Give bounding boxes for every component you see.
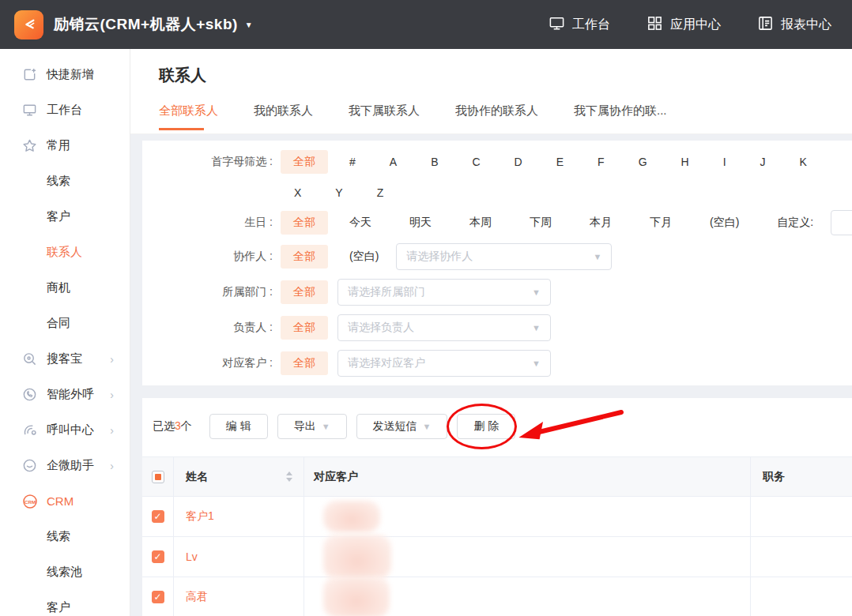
initial-letter[interactable]: B (431, 156, 438, 168)
contact-name-link[interactable]: Lv (186, 550, 198, 563)
initial-letter[interactable]: E (556, 156, 564, 168)
chevron-right-icon[interactable]: › (110, 424, 114, 437)
sidebar-item-leads[interactable]: 线索 (0, 163, 130, 199)
edit-button[interactable]: 编 辑 (209, 414, 268, 439)
initial-letter[interactable]: H (681, 156, 689, 168)
tab-collab-contacts[interactable]: 我协作的联系人 (455, 103, 538, 130)
birthday-option[interactable]: 明天 (409, 216, 432, 230)
birthday-option[interactable]: 今天 (349, 216, 371, 230)
sidebar-item-crm-lead-pool[interactable]: 线索池 (0, 554, 130, 590)
send-sms-button[interactable]: 发送短信▼ (356, 414, 448, 439)
select-all-checkbox[interactable] (152, 471, 164, 483)
initial-filter-all-badge[interactable]: 全部 (281, 150, 328, 174)
sidebar-item-label: 线索 (47, 174, 70, 189)
sidebar-item-crm-leads[interactable]: 线索 (0, 519, 130, 554)
app-logo-icon[interactable] (14, 10, 43, 39)
initial-letter[interactable]: X (294, 186, 301, 199)
initial-letter[interactable]: # (349, 156, 356, 168)
birthday-option[interactable]: 本周 (469, 216, 492, 230)
initial-letter[interactable]: K (800, 156, 807, 168)
sidebar-item-opportunities[interactable]: 商机 (0, 270, 130, 306)
sidebar-item-contracts[interactable]: 合同 (0, 306, 130, 341)
table-row[interactable]: ✓ Lv (142, 537, 852, 577)
sidebar-item-smart-call[interactable]: 智能外呼 › (0, 377, 130, 412)
initial-letter[interactable]: D (515, 156, 522, 168)
collaborator-filter-all-badge[interactable]: 全部 (281, 245, 328, 269)
nav-report-center[interactable]: 报表中心 (757, 15, 831, 35)
department-filter-all-badge[interactable]: 全部 (281, 280, 328, 304)
birthday-filter-all-badge[interactable]: 全部 (281, 211, 328, 235)
svg-text:CRM: CRM (24, 498, 35, 504)
row-checkbox[interactable]: ✓ (152, 591, 164, 603)
sidebar-item-wecom-assistant[interactable]: 企微助手 › (0, 448, 130, 483)
customer-select[interactable]: 请选择对应客户 ▼ (337, 350, 551, 377)
sidebar-item-crm[interactable]: CRM CRM (0, 483, 130, 519)
sidebar-item-soukebao[interactable]: 搜客宝 › (0, 341, 130, 377)
initial-letter[interactable]: A (390, 156, 397, 168)
birthday-custom-input[interactable] (831, 210, 852, 235)
sidebar-item-customers[interactable]: 客户 (0, 199, 130, 235)
sidebar-item-crm-customers[interactable]: 客户 (0, 590, 130, 616)
sidebar-item-label: 智能外呼 (47, 387, 94, 402)
annotation-arrow-icon (512, 403, 627, 442)
sidebar-item-call-center[interactable]: 呼叫中心 › (0, 412, 130, 448)
birthday-option[interactable]: 本月 (590, 216, 612, 230)
action-bar: 已选3个 编 辑 导出▼ 发送短信▼ 删 除 (142, 414, 852, 439)
owner-select[interactable]: 请选择负责人 ▼ (337, 314, 551, 341)
sidebar-item-label: 呼叫中心 (47, 423, 94, 438)
tab-my-contacts[interactable]: 我的联系人 (254, 103, 313, 130)
owner-filter-all-badge[interactable]: 全部 (281, 316, 328, 340)
filter-label: 对应客户 : (142, 356, 273, 370)
page-title: 联系人 (159, 65, 852, 86)
select-placeholder: 请选择所属部门 (348, 285, 425, 299)
app-switcher-caret-icon[interactable]: ▼ (245, 21, 253, 29)
row-checkbox[interactable]: ✓ (152, 510, 164, 523)
department-select[interactable]: 请选择所属部门 ▼ (337, 279, 551, 306)
wecom-assistant-icon (21, 457, 38, 474)
initial-letter[interactable]: J (760, 156, 766, 168)
sort-icon[interactable] (286, 471, 292, 482)
birthday-option[interactable]: (空白) (710, 216, 739, 230)
sidebar-item-quick-add[interactable]: 快捷新增 (0, 57, 130, 92)
initial-letter[interactable]: F (598, 156, 605, 168)
contact-name-link[interactable]: 高君 (186, 590, 208, 604)
tab-subordinate-collab-contacts[interactable]: 我下属协作的联... (574, 103, 667, 130)
tab-all-contacts[interactable]: 全部联系人 (159, 103, 218, 130)
initial-letter[interactable]: G (639, 156, 647, 168)
table-row[interactable]: ✓ 高君 (142, 577, 852, 616)
nav-app-center[interactable]: 应用中心 (647, 15, 721, 35)
star-icon (21, 137, 38, 154)
initial-letter[interactable]: I (723, 156, 726, 168)
sidebar-item-contacts[interactable]: 联系人 (0, 235, 130, 270)
table-row[interactable]: ✓ 客户1 (142, 497, 852, 537)
sidebar-item-workbench[interactable]: 工作台 (0, 92, 130, 128)
tab-subordinate-contacts[interactable]: 我下属联系人 (349, 103, 420, 130)
chevron-right-icon[interactable]: › (110, 389, 114, 401)
contact-name-link[interactable]: 客户1 (186, 509, 214, 524)
app-title[interactable]: 励销云(CRM+机器人+skb) (54, 14, 238, 35)
chevron-right-icon[interactable]: › (110, 353, 114, 366)
filter-row-initial: 首字母筛选 : 全部 # A B C D E F G H I J K (142, 145, 852, 178)
nav-workbench[interactable]: 工作台 (549, 15, 610, 35)
collaborator-blank-option[interactable]: (空白) (349, 250, 379, 264)
collaborator-select[interactable]: 请选择协作人 ▼ (396, 243, 612, 270)
sidebar-item-label: 商机 (47, 280, 70, 295)
delete-button[interactable]: 删 除 (457, 414, 515, 439)
filter-row-department: 所属部门 : 全部 请选择所属部门 ▼ (142, 274, 852, 310)
chevron-down-icon: ▼ (532, 323, 541, 332)
sidebar-item-label: CRM (47, 494, 74, 508)
chevron-right-icon[interactable]: › (110, 460, 114, 472)
initial-letter[interactable]: Y (335, 186, 342, 199)
customer-filter-all-badge[interactable]: 全部 (281, 351, 328, 375)
column-header-title: 职务 (763, 470, 785, 484)
initial-letter[interactable]: C (472, 156, 480, 168)
birthday-option[interactable]: 下月 (650, 216, 672, 230)
column-header-name: 姓名 (186, 470, 208, 484)
birthday-option[interactable]: 下周 (530, 216, 552, 230)
filter-label: 生日 : (142, 216, 273, 230)
export-button[interactable]: 导出▼ (277, 414, 347, 439)
initial-letter[interactable]: Z (377, 186, 384, 199)
sidebar-item-favorites[interactable]: 常用 (0, 128, 130, 163)
row-checkbox[interactable]: ✓ (152, 550, 164, 563)
page-header: 联系人 全部联系人 我的联系人 我下属联系人 我协作的联系人 我下属协作的联..… (130, 49, 852, 134)
